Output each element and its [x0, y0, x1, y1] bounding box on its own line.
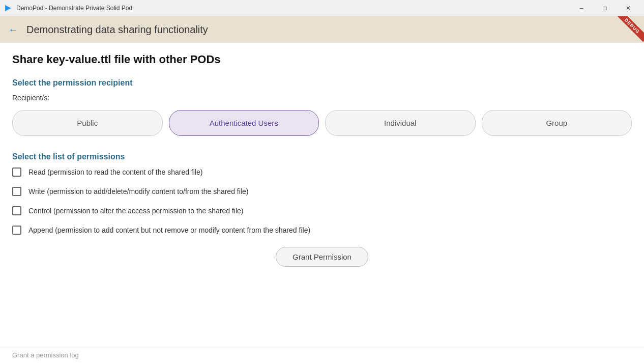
- debug-ribbon: [613, 16, 644, 47]
- recipient-btn-individual[interactable]: Individual: [325, 110, 476, 136]
- permission-item-read: Read (permission to read the content of …: [12, 167, 632, 177]
- header-title: Demonstrating data sharing functionality: [26, 24, 208, 36]
- title-bar: DemoPod - Demonstrate Private Solid Pod …: [0, 0, 644, 16]
- page-title: Share key-value.ttl file with other PODs: [12, 53, 632, 66]
- title-bar-title: DemoPod - Demonstrate Private Solid Pod: [16, 5, 132, 12]
- maximize-button[interactable]: □: [593, 0, 617, 16]
- main-content: Share key-value.ttl file with other PODs…: [0, 43, 644, 277]
- grant-permission-button[interactable]: Grant Permission: [276, 247, 368, 267]
- permission-label-read: Read (permission to read the content of …: [28, 168, 202, 176]
- recipient-buttons: Public Authenticated Users Individual Gr…: [12, 110, 632, 136]
- title-bar-controls: – □ ✕: [570, 0, 640, 16]
- recipient-label: Recipient/s:: [12, 94, 632, 102]
- checkbox-read[interactable]: [12, 167, 21, 177]
- recipient-btn-group[interactable]: Group: [482, 110, 632, 136]
- recipient-section-title: Select the permission recipient: [12, 78, 632, 88]
- permissions-section: Select the list of permissions Read (per…: [12, 152, 632, 235]
- checkbox-write[interactable]: [12, 187, 21, 196]
- title-bar-left: DemoPod - Demonstrate Private Solid Pod: [4, 4, 132, 12]
- checkbox-control[interactable]: [12, 206, 21, 215]
- permission-label-append: Append (permission to add content but no…: [28, 226, 310, 234]
- permission-label-write: Write (permission to add/delete/modify c…: [28, 187, 248, 196]
- app-icon: [4, 4, 12, 12]
- grant-button-container: Grant Permission: [12, 247, 632, 267]
- permission-item-write: Write (permission to add/delete/modify c…: [12, 187, 632, 196]
- checkbox-append[interactable]: [12, 226, 21, 235]
- svg-marker-0: [5, 5, 11, 11]
- close-button[interactable]: ✕: [617, 0, 640, 16]
- permission-label-control: Control (permission to alter the access …: [28, 207, 244, 215]
- recipient-section: Select the permission recipient Recipien…: [12, 78, 632, 136]
- app-header: ← Demonstrating data sharing functionali…: [0, 16, 644, 43]
- permissions-section-title: Select the list of permissions: [12, 152, 632, 161]
- permission-item-control: Control (permission to alter the access …: [12, 206, 632, 215]
- permission-item-append: Append (permission to add content but no…: [12, 226, 632, 235]
- bottom-hint: Grant a permission log: [0, 347, 644, 363]
- recipient-btn-authenticated[interactable]: Authenticated Users: [169, 110, 319, 136]
- recipient-btn-public[interactable]: Public: [12, 110, 163, 136]
- back-button[interactable]: ←: [8, 24, 18, 36]
- minimize-button[interactable]: –: [570, 0, 593, 16]
